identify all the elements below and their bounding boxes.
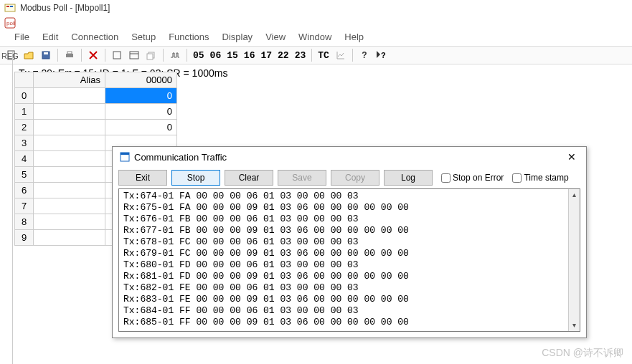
menubar: File Edit Connection Setup Functions Dis… <box>0 30 632 46</box>
func-06[interactable]: 06 <box>207 50 225 61</box>
close-icon[interactable]: ✕ <box>565 151 579 163</box>
separator <box>187 49 187 62</box>
log-button[interactable]: Log <box>384 170 433 186</box>
func-16[interactable]: 16 <box>241 50 258 61</box>
func-15[interactable]: 15 <box>224 50 241 61</box>
alias-cell[interactable] <box>34 151 105 167</box>
alias-cell[interactable] <box>34 135 105 151</box>
window-icon[interactable] <box>109 47 125 63</box>
left-margin: REG <box>0 52 13 364</box>
separator <box>163 49 164 62</box>
tc-button[interactable]: TC <box>315 50 332 61</box>
dialog-icon <box>120 152 130 162</box>
svg-rect-14 <box>147 54 153 59</box>
separator <box>105 49 105 62</box>
row-header[interactable]: 2 <box>15 120 34 135</box>
row-header[interactable]: 7 <box>15 198 34 214</box>
exit-button[interactable]: Exit <box>118 170 167 186</box>
titlebar: Modbus Poll - [Mbpoll1] <box>0 0 632 16</box>
row-header[interactable]: 3 <box>15 135 34 151</box>
alias-cell[interactable] <box>34 104 105 120</box>
separator <box>81 49 82 62</box>
separator <box>57 49 58 62</box>
traffic-log[interactable]: Tx:674-01 FA 00 00 00 06 01 03 00 00 00 … <box>119 189 580 330</box>
row-header[interactable]: 0 <box>15 88 34 104</box>
alias-cell[interactable] <box>34 198 105 214</box>
svg-rect-9 <box>67 52 72 54</box>
value-cell[interactable]: 0 <box>105 104 177 120</box>
open-icon[interactable] <box>21 47 37 63</box>
func-23[interactable]: 23 <box>292 50 309 61</box>
value-cell[interactable]: 0 <box>105 88 177 104</box>
alias-cell[interactable] <box>34 167 105 183</box>
menu-display[interactable]: Display <box>222 32 253 44</box>
svg-text:?: ? <box>381 51 386 59</box>
autofit-icon[interactable] <box>126 47 142 63</box>
table-row: 2 0 <box>15 120 177 135</box>
context-help-icon[interactable]: ? <box>374 47 390 63</box>
print-icon[interactable] <box>62 47 77 63</box>
header-00000[interactable]: 00000 <box>105 72 177 88</box>
toolbar: 05 06 15 16 17 22 23 TC ? ? <box>0 46 632 64</box>
menu-connection[interactable]: Connection <box>71 32 118 44</box>
svg-rect-17 <box>121 153 129 155</box>
scroll-up-icon[interactable]: ▴ <box>569 189 580 201</box>
svg-rect-2 <box>10 6 13 7</box>
help-icon[interactable]: ? <box>357 47 372 63</box>
alias-cell[interactable] <box>34 88 105 104</box>
row-header[interactable]: 4 <box>15 151 34 167</box>
row-header[interactable]: 9 <box>15 230 34 246</box>
stop-on-error-check[interactable]: Stop on Error <box>441 173 504 183</box>
scroll-down-icon[interactable]: ▾ <box>569 320 580 331</box>
menu-functions[interactable]: Functions <box>169 32 209 44</box>
alias-cell[interactable] <box>34 120 105 135</box>
app-icon <box>4 2 16 14</box>
row-header[interactable]: 1 <box>15 104 34 120</box>
func-05[interactable]: 05 <box>190 50 207 61</box>
stack-icon[interactable] <box>143 47 159 63</box>
time-stamp-check[interactable]: Time stamp <box>512 173 568 183</box>
alias-cell[interactable] <box>34 230 105 246</box>
delete-icon[interactable] <box>85 47 101 63</box>
menu-window[interactable]: Window <box>298 32 331 44</box>
menu-view[interactable]: View <box>265 32 286 44</box>
svg-rect-0 <box>5 4 15 11</box>
table-row: 1 0 <box>15 104 177 120</box>
func-17[interactable]: 17 <box>258 50 275 61</box>
svg-rect-8 <box>66 54 73 57</box>
svg-rect-10 <box>113 52 121 59</box>
save-icon[interactable] <box>38 47 54 63</box>
alias-cell[interactable] <box>34 183 105 198</box>
separator <box>311 49 312 62</box>
scrollbar[interactable]: ▴ ▾ <box>568 189 580 331</box>
svg-rect-7 <box>44 52 48 54</box>
menu-edit[interactable]: Edit <box>42 32 58 44</box>
corner-cell <box>15 72 34 88</box>
save-button[interactable]: Save <box>278 170 326 186</box>
value-cell[interactable]: 0 <box>105 120 177 135</box>
alias-cell[interactable] <box>34 214 105 230</box>
chart-icon[interactable] <box>333 47 349 63</box>
table-row: 0 0 <box>15 88 177 104</box>
menu-file[interactable]: File <box>14 32 29 44</box>
header-alias[interactable]: Alias <box>34 72 105 88</box>
separator <box>352 49 353 62</box>
copy-button[interactable]: Copy <box>331 170 379 186</box>
func-22[interactable]: 22 <box>275 50 292 61</box>
mdi-child-icon: poll <box>0 16 632 30</box>
menu-setup[interactable]: Setup <box>131 32 156 44</box>
row-header[interactable]: 6 <box>15 183 34 198</box>
watermark: CSDN @诗不诉卿 <box>542 347 623 360</box>
clear-button[interactable]: Clear <box>225 170 273 186</box>
svg-text:poll: poll <box>6 20 16 27</box>
pulse-icon[interactable] <box>167 47 183 63</box>
window-title: Modbus Poll - [Mbpoll1] <box>20 3 110 13</box>
svg-rect-11 <box>130 52 138 59</box>
comm-traffic-dialog: Communication Traffic ✕ Exit Stop Clear … <box>112 146 587 338</box>
menu-help[interactable]: Help <box>344 32 364 44</box>
row-header[interactable]: 8 <box>15 214 34 230</box>
stop-button[interactable]: Stop <box>171 170 220 186</box>
row-header[interactable]: 5 <box>15 167 34 183</box>
svg-rect-1 <box>6 6 9 7</box>
dialog-title: Communication Traffic <box>134 152 565 163</box>
